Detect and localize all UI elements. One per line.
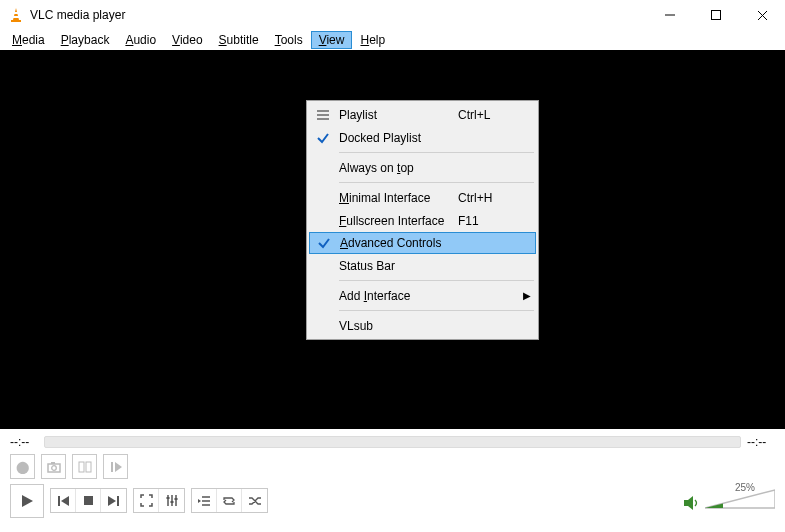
menu-item-fullscreen-interface[interactable]: Fullscreen InterfaceF11 (309, 209, 536, 232)
menu-item-label: Playlist (337, 108, 458, 122)
minimize-button[interactable] (647, 0, 693, 30)
close-button[interactable] (739, 0, 785, 30)
loop-button[interactable] (217, 489, 242, 512)
vlc-cone-icon (8, 7, 24, 23)
svg-rect-16 (79, 462, 84, 472)
menu-item-shortcut: F11 (458, 214, 518, 228)
svg-rect-21 (58, 496, 60, 506)
svg-rect-30 (171, 501, 174, 503)
menu-subtitle[interactable]: Subtitle (211, 31, 267, 49)
time-total[interactable]: --:-- (747, 435, 775, 449)
volume-area: 25% (683, 488, 775, 513)
svg-rect-18 (111, 462, 113, 472)
menu-item-label: Fullscreen Interface (337, 214, 458, 228)
menu-help[interactable]: Help (352, 31, 393, 49)
stop-button[interactable] (76, 489, 101, 512)
advanced-controls: ⬤ (0, 451, 785, 479)
menu-view[interactable]: View (311, 31, 353, 49)
svg-rect-25 (117, 496, 119, 506)
check-icon (310, 236, 338, 250)
svg-marker-35 (198, 499, 201, 503)
svg-rect-5 (712, 11, 721, 20)
view-group (133, 488, 185, 513)
svg-rect-3 (11, 20, 21, 22)
next-button[interactable] (101, 489, 126, 512)
shuffle-button[interactable] (242, 489, 267, 512)
menu-item-label: Add Interface (337, 289, 458, 303)
menu-separator (339, 280, 534, 281)
menu-tools[interactable]: Tools (267, 31, 311, 49)
svg-marker-20 (22, 495, 33, 507)
main-controls: 25% (0, 479, 785, 519)
menu-separator (339, 182, 534, 183)
menu-item-vlsub[interactable]: VLsub (309, 314, 536, 337)
menu-item-label: Advanced Controls (338, 236, 457, 250)
svg-rect-31 (175, 498, 178, 500)
svg-marker-24 (108, 496, 116, 506)
seek-bar-row: --:-- --:-- (0, 429, 785, 451)
snapshot-button[interactable] (41, 454, 66, 479)
svg-rect-29 (167, 497, 170, 499)
window-title: VLC media player (30, 8, 125, 22)
record-button[interactable]: ⬤ (10, 454, 35, 479)
mute-button[interactable] (683, 496, 699, 513)
menu-item-label: Docked Playlist (337, 131, 458, 145)
playlist-group (191, 488, 268, 513)
playlist-button[interactable] (192, 489, 217, 512)
svg-rect-23 (84, 496, 93, 505)
seek-slider[interactable] (44, 436, 741, 448)
menu-separator (339, 310, 534, 311)
loop-ab-button[interactable] (72, 454, 97, 479)
play-button[interactable] (10, 484, 44, 518)
menu-item-shortcut: Ctrl+H (458, 191, 518, 205)
svg-marker-36 (684, 496, 693, 510)
playback-skip-group (50, 488, 127, 513)
svg-rect-17 (86, 462, 91, 472)
prev-button[interactable] (51, 489, 76, 512)
menu-item-playlist[interactable]: PlaylistCtrl+L (309, 103, 536, 126)
menu-item-always-on-top[interactable]: Always on top (309, 156, 536, 179)
frame-step-button[interactable] (103, 454, 128, 479)
svg-rect-2 (12, 16, 20, 18)
title-bar: VLC media player (0, 0, 785, 30)
volume-percent: 25% (735, 482, 755, 493)
svg-point-14 (51, 465, 56, 470)
menu-audio[interactable]: Audio (117, 31, 164, 49)
menu-item-shortcut: Ctrl+L (458, 108, 518, 122)
check-icon (309, 131, 337, 145)
menu-item-advanced-controls[interactable]: Advanced Controls (309, 232, 536, 254)
svg-rect-15 (51, 462, 55, 464)
maximize-button[interactable] (693, 0, 739, 30)
submenu-arrow-icon: ▶ (518, 290, 536, 301)
menu-playback[interactable]: Playback (53, 31, 118, 49)
menu-item-minimal-interface[interactable]: Minimal InterfaceCtrl+H (309, 186, 536, 209)
fullscreen-button[interactable] (134, 489, 159, 512)
menu-item-docked-playlist[interactable]: Docked Playlist (309, 126, 536, 149)
svg-rect-1 (13, 12, 19, 14)
svg-marker-19 (115, 462, 122, 472)
menu-item-label: Minimal Interface (337, 191, 458, 205)
menu-item-label: VLsub (337, 319, 458, 333)
menu-bar: MediaPlaybackAudioVideoSubtitleToolsView… (0, 30, 785, 50)
menu-item-status-bar[interactable]: Status Bar (309, 254, 536, 277)
time-current[interactable]: --:-- (10, 435, 38, 449)
svg-marker-22 (61, 496, 69, 506)
ext-settings-button[interactable] (159, 489, 184, 512)
view-menu-dropdown: PlaylistCtrl+LDocked PlaylistAlways on t… (306, 100, 539, 340)
menu-media[interactable]: Media (4, 31, 53, 49)
menu-video[interactable]: Video (164, 31, 210, 49)
menu-item-add-interface[interactable]: Add Interface▶ (309, 284, 536, 307)
menu-item-label: Always on top (337, 161, 458, 175)
menu-separator (339, 152, 534, 153)
video-area: PlaylistCtrl+LDocked PlaylistAlways on t… (0, 50, 785, 429)
menu-item-label: Status Bar (337, 259, 458, 273)
list-icon (309, 110, 337, 120)
